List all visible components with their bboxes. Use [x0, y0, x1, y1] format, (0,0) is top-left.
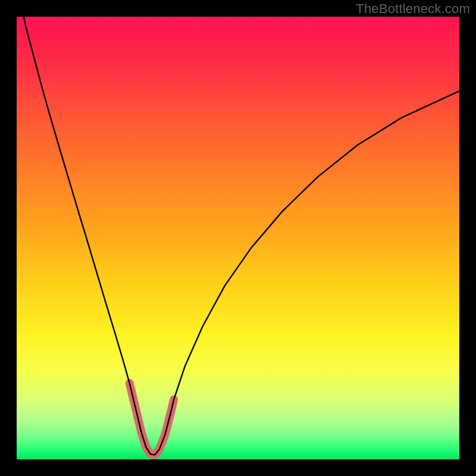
bottleneck-plot: [17, 17, 459, 459]
watermark-text: TheBottleneck.com: [356, 1, 470, 17]
chart-stage: TheBottleneck.com: [0, 0, 476, 476]
gradient-background: [17, 17, 459, 459]
